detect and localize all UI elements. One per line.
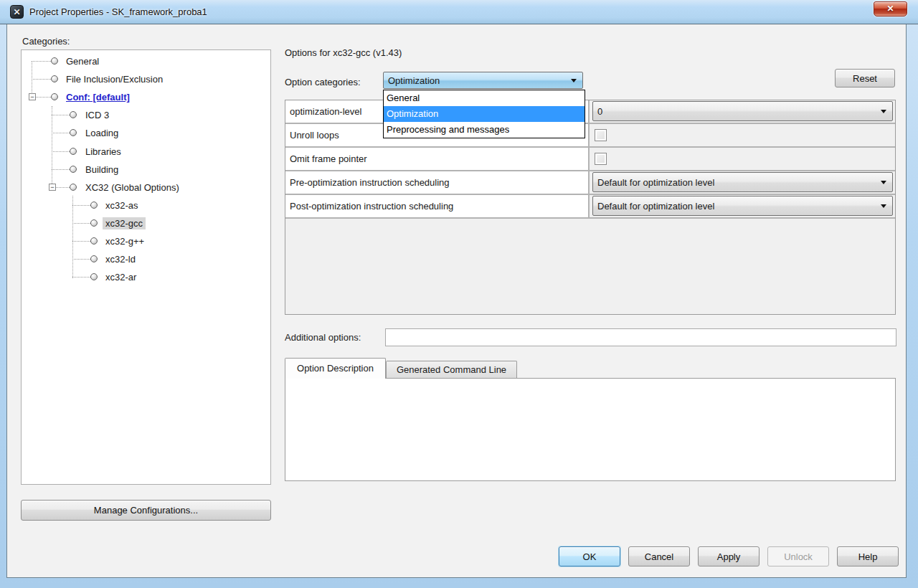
option-value-select[interactable]: Default for optimization level	[592, 172, 893, 192]
reset-button[interactable]: Reset	[835, 69, 895, 87]
node-bullet-icon	[51, 57, 58, 65]
node-bullet-icon	[90, 273, 98, 280]
option-value-text: Default for optimization level	[593, 173, 892, 188]
tree-item-label[interactable]: File Inclusion/Exclusion	[63, 73, 166, 85]
tree-item-conf-default-[interactable]: −Conf: [default]	[22, 88, 270, 106]
option-label: optimization-level	[285, 100, 361, 117]
additional-options-label: Additional options:	[285, 332, 361, 343]
tree-item-xc32-ar[interactable]: xc32-ar	[22, 268, 270, 286]
cancel-button[interactable]: Cancel	[628, 546, 690, 566]
node-bullet-icon	[90, 201, 98, 209]
node-bullet-icon	[70, 148, 77, 155]
tree-connector	[72, 223, 90, 224]
option-value-select[interactable]: Default for optimization level	[592, 196, 893, 216]
tree-item-label[interactable]: xc32-gcc	[103, 217, 146, 229]
tree-item-xc32-ld[interactable]: xc32-ld	[22, 250, 270, 268]
node-bullet-icon	[90, 255, 98, 262]
node-bullet-icon	[90, 237, 98, 245]
dropdown-option-preprocessing-and-messages[interactable]: Preprocessing and messages	[384, 122, 585, 138]
tab-option-description[interactable]: Option Description	[285, 358, 386, 379]
additional-options-input[interactable]	[385, 328, 896, 346]
tree-connector	[52, 151, 70, 152]
option-checkbox[interactable]	[595, 153, 607, 165]
tree-connector	[32, 61, 51, 62]
apply-button[interactable]: Apply	[698, 546, 760, 566]
option-description-area[interactable]	[285, 378, 896, 481]
tree-item-label[interactable]: xc32-ar	[103, 271, 139, 283]
node-bullet-icon	[70, 166, 77, 173]
collapse-minus-icon[interactable]: −	[29, 93, 36, 100]
chevron-down-icon	[881, 181, 886, 184]
tab-generated-command-line[interactable]: Generated Command Line	[386, 361, 517, 379]
tree-item-xc32-global-options-[interactable]: −XC32 (Global Options)	[22, 179, 270, 196]
dropdown-option-general[interactable]: General	[384, 90, 585, 106]
close-button[interactable]: ✕	[874, 1, 907, 16]
manage-configurations-button[interactable]: Manage Configurations...	[21, 500, 271, 521]
option-value-cell	[591, 148, 895, 170]
node-bullet-icon	[70, 184, 77, 191]
option-row: optimization-level0	[285, 100, 895, 124]
dropdown-option-optimization[interactable]: Optimization	[384, 106, 585, 122]
option-categories-value: Optimization	[384, 72, 582, 86]
node-bullet-icon	[70, 111, 77, 118]
tree-item-building[interactable]: Building	[22, 161, 270, 179]
tree-item-label[interactable]: Building	[82, 163, 121, 176]
option-value-text: 0	[593, 102, 892, 117]
option-checkbox[interactable]	[595, 129, 607, 141]
tree-connector	[52, 115, 70, 115]
tree-item-xc32-g++[interactable]: xc32-g++	[22, 232, 270, 250]
tree-item-label[interactable]: ICD 3	[82, 109, 112, 121]
tree-item-label[interactable]: xc32-as	[103, 199, 141, 212]
tree-item-general[interactable]: General	[22, 52, 270, 70]
tree-item-label[interactable]: xc32-g++	[103, 235, 147, 247]
tree-item-label[interactable]: xc32-ld	[103, 253, 138, 265]
node-bullet-icon	[70, 129, 77, 136]
tree-item-libraries[interactable]: Libraries	[22, 143, 270, 161]
tree-connector	[52, 169, 70, 170]
tree-item-xc32-gcc[interactable]: xc32-gcc	[22, 214, 270, 232]
option-label-cell: Pre-optimization instruction scheduling	[285, 171, 590, 194]
option-label: Unroll loops	[285, 124, 339, 141]
tree-item-label[interactable]: General	[63, 55, 102, 67]
tree-item-label[interactable]: Libraries	[82, 146, 124, 158]
title-bar[interactable]: ✕ Project Properties - SK_framework_prob…	[0, 0, 918, 24]
tree-connector	[72, 277, 90, 278]
tree-item-loading[interactable]: Loading	[22, 124, 270, 142]
tree-connector	[72, 205, 90, 206]
tree-item-label[interactable]: Loading	[82, 127, 121, 139]
tree-connector	[32, 79, 51, 80]
option-label-cell: Post-optimization instruction scheduling	[285, 195, 590, 217]
options-table: optimization-level0Unroll loopsOmit fram…	[285, 100, 896, 315]
option-value-cell: Default for optimization level	[591, 171, 895, 194]
option-value-text: Default for optimization level	[593, 196, 892, 212]
option-categories-label: Option categories:	[285, 77, 361, 87]
chevron-down-icon	[571, 79, 577, 82]
categories-tree[interactable]: GeneralFile Inclusion/Exclusion−Conf: [d…	[21, 49, 271, 485]
option-label: Omit frame pointer	[285, 148, 367, 164]
option-value-cell: 0	[591, 100, 895, 123]
tree-item-icd-3[interactable]: ICD 3	[22, 106, 270, 124]
chevron-down-icon	[881, 204, 886, 208]
option-label: Pre-optimization instruction scheduling	[285, 171, 450, 188]
option-row: Unroll loops	[285, 124, 895, 148]
option-label-cell: Omit frame pointer	[285, 148, 590, 170]
tree-item-label[interactable]: Conf: [default]	[63, 91, 133, 103]
mplab-x-app-icon: ✕	[10, 5, 24, 19]
option-value-select[interactable]: 0	[592, 101, 893, 121]
option-value-cell	[591, 124, 895, 146]
option-categories-select[interactable]: Optimization	[383, 72, 583, 89]
collapse-minus-icon[interactable]: −	[49, 184, 56, 191]
categories-label: Categories:	[22, 36, 70, 47]
tree-connector	[56, 187, 70, 188]
tree-connector	[72, 259, 90, 260]
options-heading: Options for xc32-gcc (v1.43)	[285, 47, 402, 58]
help-button[interactable]: Help	[837, 546, 899, 566]
tree-item-label[interactable]: XC32 (Global Options)	[82, 181, 182, 194]
window-title: Project Properties - SK_framework_proba1	[29, 6, 207, 17]
node-bullet-icon	[51, 93, 58, 100]
tree-connector	[72, 241, 90, 242]
tree-item-file-inclusion-exclusion[interactable]: File Inclusion/Exclusion	[22, 70, 270, 88]
tree-item-xc32-as[interactable]: xc32-as	[22, 196, 270, 214]
dialog-content: Categories: GeneralFile Inclusion/Exclus…	[6, 24, 907, 578]
ok-button[interactable]: OK	[559, 546, 620, 566]
